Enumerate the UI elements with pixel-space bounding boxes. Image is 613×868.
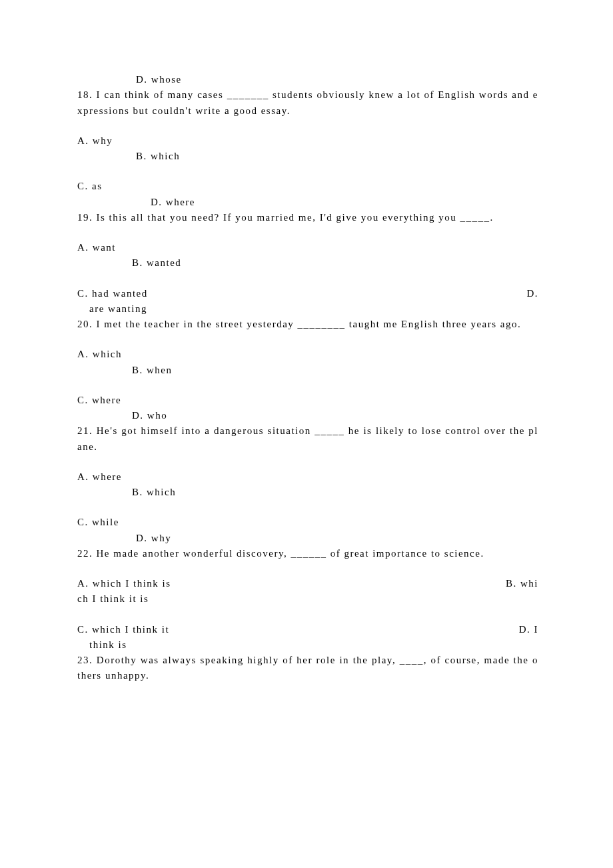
spacer <box>77 164 538 179</box>
q18-stem: 18. I can think of many cases _______ st… <box>77 87 538 119</box>
spacer <box>77 225 538 240</box>
q20-option-c: C. where <box>77 393 538 408</box>
spacer <box>77 607 538 622</box>
q22-option-a-row: A. which I think is B. whi <box>77 576 538 591</box>
q19-option-c-row: C. had wanted D. <box>77 286 538 301</box>
q19-stem: 19. Is this all that you need? If you ma… <box>77 210 538 225</box>
spacer <box>77 378 538 393</box>
spacer <box>77 332 538 347</box>
spacer <box>77 271 538 286</box>
q21-option-d: D. why <box>77 531 538 546</box>
q22-option-b-cont: ch I think it is <box>77 591 538 607</box>
q21-stem: 21. He's got himself into a dangerous si… <box>77 423 538 455</box>
spacer <box>77 561 538 576</box>
q17-option-d: D. whose <box>77 72 538 87</box>
q22-option-d-start: D. I <box>519 622 538 637</box>
q21-option-b: B. which <box>77 485 538 500</box>
q19-option-a: A. want <box>77 240 538 255</box>
q22-option-d-cont: think is <box>77 637 538 653</box>
q22-option-b-start: B. whi <box>506 576 538 591</box>
q22-stem: 22. He made another wonderful discovery,… <box>77 546 538 561</box>
q22-option-a: A. which I think is <box>77 578 171 589</box>
q18-option-d: D. where <box>77 195 538 210</box>
q21-option-a: A. where <box>77 469 538 485</box>
q19-option-b: B. wanted <box>77 255 538 271</box>
q18-option-a: A. why <box>77 133 538 149</box>
q20-option-d: D. who <box>77 408 538 423</box>
q23-stem: 23. Dorothy was always speaking highly o… <box>77 653 538 684</box>
q22-option-c: C. which I think it <box>77 624 169 635</box>
q18-option-c: C. as <box>77 179 538 194</box>
q20-option-b: B. when <box>77 363 538 378</box>
q22-option-c-row: C. which I think it D. I <box>77 622 538 637</box>
spacer <box>77 500 538 515</box>
q18-option-b: B. which <box>77 149 538 164</box>
q19-option-c: C. had wanted <box>77 288 148 299</box>
q19-option-d-cont: are wanting <box>77 301 538 317</box>
q20-option-a: A. which <box>77 347 538 362</box>
spacer <box>77 119 538 133</box>
spacer <box>77 455 538 469</box>
q19-option-d-start: D. <box>526 286 538 301</box>
q21-option-c: C. while <box>77 515 538 530</box>
q20-stem: 20. I met the teacher in the street yest… <box>77 317 538 332</box>
